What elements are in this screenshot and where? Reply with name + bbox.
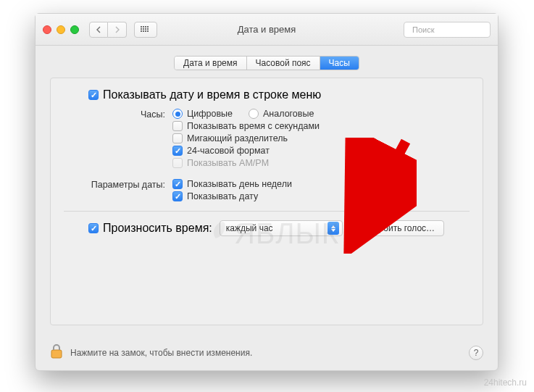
minimize-icon[interactable]	[57, 25, 65, 34]
chevron-updown-icon	[328, 222, 339, 235]
watermark-host: 24hitech.ru	[484, 378, 527, 388]
window-controls	[43, 25, 79, 34]
lock-icon	[50, 343, 63, 359]
clock-digital-radio[interactable]: Цифровые	[172, 109, 233, 119]
tab-clock[interactable]: Часы	[320, 57, 359, 70]
announce-interval-select[interactable]: каждый час	[220, 220, 343, 236]
show-in-menubar-checkbox[interactable]	[88, 90, 99, 100]
lock-hint-label: Нажмите на замок, чтобы внести изменения…	[70, 348, 252, 358]
help-button[interactable]: ?	[469, 346, 483, 360]
twentyfour-hour-checkbox[interactable]	[172, 146, 183, 156]
tab-bar: Дата и время Часовой пояс Часы	[50, 56, 483, 70]
search-field[interactable]	[404, 22, 491, 38]
zoom-icon[interactable]	[70, 25, 79, 34]
titlebar: Дата и время	[36, 14, 498, 46]
date-section-label: Параметры даты:	[64, 179, 172, 190]
show-date-checkbox[interactable]	[172, 191, 183, 201]
divider	[64, 211, 470, 212]
tab-date-time[interactable]: Дата и время	[175, 57, 246, 70]
lock-button[interactable]	[50, 343, 63, 362]
close-icon[interactable]	[43, 25, 51, 34]
show-seconds-checkbox[interactable]	[172, 121, 183, 131]
customize-voice-button[interactable]: Настроить голос…	[350, 220, 444, 236]
grid-icon	[141, 26, 151, 33]
show-all-button[interactable]	[134, 22, 157, 38]
search-input[interactable]	[412, 25, 512, 34]
back-button[interactable]	[89, 22, 108, 38]
preferences-window: Дата и время Дата и время Часовой пояс Ч…	[35, 13, 498, 371]
settings-panel: Показывать дату и время в строке меню Ча…	[50, 78, 483, 325]
footer: Нажмите на замок, чтобы внести изменения…	[36, 335, 498, 370]
radio-icon	[172, 109, 183, 119]
flash-separators-checkbox[interactable]	[172, 133, 183, 143]
announce-time-label: Произносить время:	[103, 222, 212, 235]
show-weekday-checkbox[interactable]	[172, 179, 183, 189]
ampm-checkbox	[172, 158, 183, 168]
show-in-menubar-label: Показывать дату и время в строке меню	[103, 88, 321, 101]
radio-icon	[249, 109, 259, 119]
svg-rect-2	[51, 350, 62, 358]
forward-button[interactable]	[108, 22, 127, 38]
tab-timezone[interactable]: Часовой пояс	[247, 57, 320, 70]
nav-back-forward	[89, 22, 127, 38]
clock-section-label: Часы:	[64, 109, 172, 120]
announce-time-checkbox[interactable]	[88, 223, 99, 233]
clock-analog-radio[interactable]: Аналоговые	[249, 109, 314, 119]
